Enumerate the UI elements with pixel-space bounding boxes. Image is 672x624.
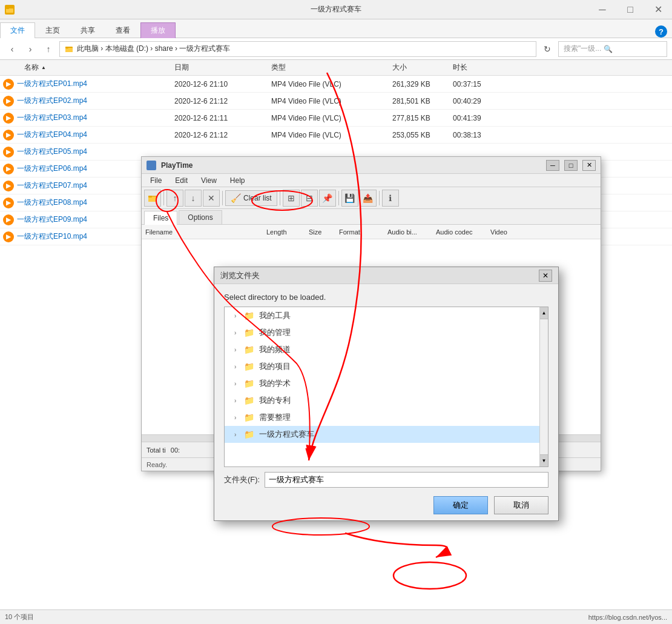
- clear-list-button[interactable]: 🧹 Clear list: [225, 190, 277, 206]
- folder-icon: 📁: [244, 328, 254, 337]
- bd-tree-item[interactable]: › 📁 我的项目: [225, 358, 539, 375]
- file-icon: ▶: [0, 93, 17, 110]
- chevron-icon: ›: [234, 330, 242, 336]
- file-row[interactable]: ▶ 一级方程式EP04.mp4 2020-12-6 21:12 MP4 Vide…: [0, 127, 672, 144]
- bd-ok-button[interactable]: 确定: [433, 496, 488, 514]
- pt-maximize[interactable]: □: [564, 160, 578, 171]
- refresh-button[interactable]: ↻: [540, 42, 555, 56]
- pt-menu-file[interactable]: File: [144, 175, 168, 186]
- pt-title: PlayTime: [161, 161, 541, 170]
- pt-tool-btn5[interactable]: ⊟: [301, 190, 318, 207]
- pt-col-size: Size: [305, 228, 335, 236]
- tab-share[interactable]: 共享: [70, 22, 105, 38]
- pt-tab-files[interactable]: Files: [144, 211, 177, 225]
- folder-name: 我的专利: [259, 395, 291, 406]
- pt-tool-remove[interactable]: ✕: [203, 190, 220, 207]
- file-row[interactable]: ▶ 一级方程式EP03.mp4 2020-12-6 21:11 MP4 Vide…: [0, 110, 672, 127]
- file-icon: ▶: [0, 76, 17, 93]
- chevron-icon: ›: [234, 397, 242, 404]
- svg-rect-7: [148, 197, 157, 202]
- file-icon: ▶: [0, 161, 17, 178]
- address-path[interactable]: 此电脑 › 本地磁盘 (D:) › share › 一级方程式赛车: [59, 41, 536, 57]
- chevron-icon: ›: [234, 347, 242, 353]
- broom-icon: 🧹: [231, 193, 241, 203]
- file-size: 277,815 KB: [387, 114, 448, 122]
- svg-rect-2: [6, 7, 9, 9]
- search-icon: 🔍: [604, 45, 613, 53]
- pt-col-format: Format: [335, 228, 384, 236]
- pt-tool-btn4[interactable]: ⊞: [283, 190, 300, 207]
- bd-cancel-button[interactable]: 取消: [494, 496, 548, 514]
- folder-icon: 📁: [244, 430, 254, 439]
- pt-menu-view[interactable]: View: [195, 175, 223, 186]
- file-row[interactable]: ▶ 一级方程式EP02.mp4 2020-12-6 21:12 MP4 Vide…: [0, 93, 672, 110]
- bd-vscrollbar[interactable]: ▲ ▼: [539, 307, 548, 466]
- bd-close-button[interactable]: ✕: [539, 270, 552, 282]
- file-size: 281,501 KB: [387, 97, 448, 105]
- file-icon: ▶: [0, 211, 17, 228]
- up-button[interactable]: ↑: [41, 42, 56, 56]
- pt-col-video: Video: [487, 228, 517, 236]
- tab-view[interactable]: 查看: [105, 22, 140, 38]
- pt-total-label: Total ti: [147, 446, 166, 454]
- bd-title: 浏览文件夹: [220, 270, 539, 281]
- bd-folder-input[interactable]: [265, 472, 548, 488]
- pt-menu-help[interactable]: Help: [224, 175, 251, 186]
- pt-tool-pin[interactable]: 📌: [319, 190, 336, 207]
- pt-menu-edit[interactable]: Edit: [169, 175, 194, 186]
- bd-tree-item[interactable]: › 📁 我的频道: [225, 341, 539, 358]
- bd-tree-item[interactable]: › 📁 需要整理: [225, 409, 539, 426]
- bd-tree-item[interactable]: › 📁 我的管理: [225, 324, 539, 341]
- pt-tool-export[interactable]: 📤: [360, 190, 377, 207]
- pt-col-filename: Filename: [142, 228, 263, 236]
- back-button[interactable]: ‹: [5, 42, 19, 56]
- file-name: 一级方程式EP01.mp4: [17, 79, 170, 89]
- file-row[interactable]: ▶ 一级方程式EP01.mp4 2020-12-6 21:10 MP4 Vide…: [0, 76, 672, 93]
- pt-tool-up[interactable]: ↑: [166, 190, 183, 207]
- file-icon: ▶: [0, 194, 17, 211]
- file-type: MP4 Video File (VLC): [266, 97, 387, 105]
- col-header-name[interactable]: 名称 ▲: [0, 62, 170, 73]
- pt-close[interactable]: ✕: [582, 160, 596, 171]
- file-duration: 00:38:13: [448, 131, 509, 139]
- pt-tool-info[interactable]: ℹ: [382, 190, 399, 207]
- pt-tool-save[interactable]: 💾: [341, 190, 358, 207]
- pt-status: Ready.: [147, 461, 167, 468]
- col-header-size[interactable]: 大小: [387, 62, 448, 73]
- file-icon: ▶: [0, 144, 17, 161]
- forward-button[interactable]: ›: [23, 42, 38, 56]
- file-icon: ▶: [0, 127, 17, 144]
- svg-rect-1: [6, 8, 13, 13]
- search-box[interactable]: 搜索"一级... 🔍: [558, 41, 667, 57]
- help-icon[interactable]: ?: [655, 25, 667, 38]
- vlc-icon: ▶: [3, 181, 14, 191]
- pt-minimize[interactable]: ─: [546, 160, 559, 171]
- file-icon: ▶: [0, 178, 17, 194]
- tab-home[interactable]: 主页: [35, 22, 70, 38]
- pt-tool-down[interactable]: ↓: [185, 190, 202, 207]
- col-header-date[interactable]: 日期: [170, 62, 266, 73]
- explorer-maximize[interactable]: □: [616, 0, 644, 19]
- tab-file[interactable]: 文件: [0, 22, 35, 38]
- explorer-minimize[interactable]: ─: [588, 0, 616, 19]
- col-header-duration[interactable]: 时长: [448, 62, 509, 73]
- explorer-close[interactable]: ✕: [644, 0, 672, 19]
- pt-tab-options[interactable]: Options: [179, 210, 222, 224]
- folder-name: 我的项目: [259, 361, 291, 372]
- bd-tree-item[interactable]: › 📁 一级方程式赛车: [225, 426, 539, 443]
- bd-tree-item[interactable]: › 📁 我的工具: [225, 307, 539, 324]
- chevron-icon: ›: [234, 363, 242, 370]
- vlc-icon: ▶: [3, 214, 14, 225]
- tab-video-tools[interactable]: 播放: [140, 22, 176, 38]
- pt-file-header: Filename Length Size Format Audio bi... …: [142, 225, 601, 239]
- ribbon-tabs: 文件 主页 共享 查看 播放 ?: [0, 19, 672, 38]
- pt-menubar: File Edit View Help: [142, 174, 601, 187]
- pt-tool-open[interactable]: [144, 190, 161, 207]
- status-right: https://blog.csdn.net/lyos...: [588, 614, 667, 621]
- pt-toolbar-sep3: [280, 191, 280, 205]
- pt-titlebar: PlayTime ─ □ ✕: [142, 157, 601, 174]
- bd-tree-item[interactable]: › 📁 我的学术: [225, 375, 539, 392]
- bd-tree-item[interactable]: › 📁 我的专利: [225, 392, 539, 409]
- col-header-type[interactable]: 类型: [266, 62, 387, 73]
- vlc-icon: ▶: [3, 113, 14, 124]
